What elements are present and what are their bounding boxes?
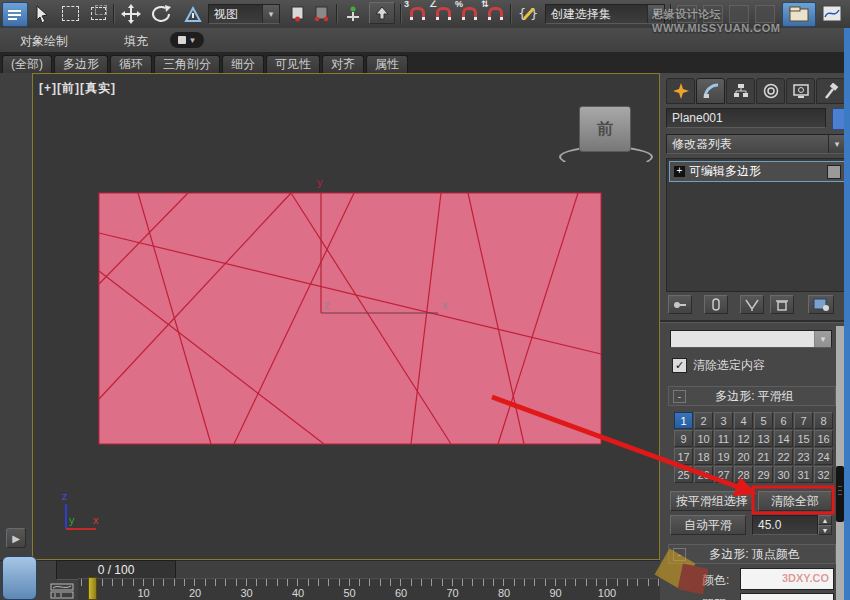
named-selection-set-dropdown[interactable]: 创建选择集 ▾ [545, 4, 665, 24]
current-frame-marker[interactable] [88, 577, 97, 600]
smoothing-group-7[interactable]: 7 [794, 412, 813, 429]
smoothing-group-2[interactable]: 2 [694, 412, 713, 429]
mirror-button[interactable] [676, 2, 698, 25]
select-and-scale-button[interactable] [180, 2, 206, 25]
front-viewport[interactable]: yzxzxy [+][前][真实] 前 [32, 73, 660, 560]
ribbon-tab-3[interactable]: 三角剖分 [154, 55, 220, 73]
collapse-icon[interactable]: - [673, 548, 686, 561]
percent-snap-toggle-button[interactable]: % [458, 2, 480, 25]
smoothing-group-29[interactable]: 29 [754, 466, 773, 483]
select-by-smooth-group-button[interactable]: 按平滑组选择 [670, 491, 754, 511]
smoothing-group-31[interactable]: 31 [794, 466, 813, 483]
panel-scrollbar-track[interactable] [836, 326, 844, 600]
smoothing-group-1[interactable]: 1 [674, 412, 693, 429]
vertex-color-swatch[interactable]: 3DXY.CO [740, 568, 834, 590]
smoothing-group-12[interactable]: 12 [734, 430, 753, 447]
modifier-list-dropdown[interactable]: 修改器列表 ▾ [666, 134, 846, 154]
modifier-stack-row[interactable]: + 可编辑多边形 [669, 161, 845, 182]
smoothing-group-25[interactable]: 25 [674, 466, 693, 483]
smoothing-group-16[interactable]: 16 [814, 430, 833, 447]
viewcube-front-face-label[interactable]: 前 [597, 119, 613, 140]
open-mini-curve-editor-button[interactable] [50, 583, 74, 599]
illumination-color-swatch[interactable] [740, 593, 834, 600]
edit-named-selection-sets-button[interactable]: { } [515, 2, 541, 25]
chevron-down-icon[interactable]: ▾ [647, 5, 664, 23]
rectangular-selection-region-button[interactable] [58, 2, 82, 25]
auto-smooth-threshold-field[interactable]: 45.0 [752, 515, 818, 535]
smoothing-group-26[interactable]: 26 [694, 466, 713, 483]
chevron-down-icon[interactable]: ▾ [262, 5, 279, 23]
tab-motion[interactable] [756, 78, 785, 104]
smoothing-group-9[interactable]: 9 [674, 430, 693, 447]
smoothing-group-19[interactable]: 19 [714, 448, 733, 465]
snap-toggle-3d-button[interactable]: 3 [406, 2, 428, 25]
ribbon-tab-0[interactable]: (全部) [2, 55, 52, 73]
use-selection-center-button[interactable] [310, 2, 332, 25]
object-name-field[interactable]: Plane001 [666, 108, 826, 128]
reference-coordinate-dropdown[interactable]: 视图 ▾ [208, 4, 280, 24]
scene-canvas[interactable]: yzxzxy [33, 74, 659, 559]
spinner-down-icon[interactable]: ▼ [818, 525, 832, 535]
tab-display[interactable] [786, 78, 815, 104]
smoothing-group-27[interactable]: 27 [714, 466, 733, 483]
ribbon-tab-4[interactable]: 细分 [222, 55, 264, 73]
spinner-snap-toggle-button[interactable]: ⇅ [484, 2, 506, 25]
smoothing-group-5[interactable]: 5 [754, 412, 773, 429]
tab-utilities[interactable] [816, 78, 845, 104]
threshold-spinner[interactable]: ▲ ▼ [818, 515, 832, 535]
pin-stack-button[interactable] [668, 295, 692, 314]
use-pivot-point-center-button[interactable] [286, 2, 308, 25]
ribbon-tab-5[interactable]: 可见性 [266, 55, 320, 73]
select-object-button[interactable] [30, 2, 54, 25]
time-slider[interactable]: 0 / 100 [56, 560, 176, 580]
clear-selection-checkbox[interactable]: ✓ [672, 358, 687, 373]
material-editor-button[interactable] [754, 2, 776, 25]
ribbon-tab-2[interactable]: 循环 [110, 55, 152, 73]
remove-modifier-button[interactable] [770, 295, 794, 314]
smoothing-group-10[interactable]: 10 [694, 430, 713, 447]
timeline-ruler[interactable]: 0102030405060708090100 [78, 578, 660, 600]
angle-snap-toggle-button[interactable]: ∠ [432, 2, 454, 25]
viewport-label[interactable]: [+][前][真实] [39, 80, 116, 97]
smoothing-group-17[interactable]: 17 [674, 448, 693, 465]
smoothing-group-18[interactable]: 18 [694, 448, 713, 465]
expand-panel-button[interactable]: ▶ [6, 528, 26, 548]
smoothing-group-6[interactable]: 6 [774, 412, 793, 429]
ribbon-tab-1[interactable]: 多边形 [54, 55, 108, 73]
select-and-manipulate-button[interactable] [341, 2, 365, 25]
smoothing-group-23[interactable]: 23 [794, 448, 813, 465]
ribbon-tab-6[interactable]: 对齐 [322, 55, 364, 73]
tab-create[interactable] [666, 78, 695, 104]
select-and-rotate-button[interactable] [148, 2, 176, 25]
smoothing-group-11[interactable]: 11 [714, 430, 733, 447]
spinner-up-icon[interactable]: ▲ [818, 515, 832, 525]
vertex-color-rollout-header[interactable]: - 多边形: 顶点颜色 [668, 544, 836, 564]
make-unique-button[interactable] [740, 295, 764, 314]
smoothing-group-32[interactable]: 32 [814, 466, 833, 483]
paint-fill-flyout-button[interactable]: ▼ [170, 32, 204, 48]
show-end-result-button[interactable] [704, 295, 728, 314]
smoothing-group-24[interactable]: 24 [814, 448, 833, 465]
chevron-down-icon[interactable]: ▾ [828, 135, 845, 153]
smoothing-group-20[interactable]: 20 [734, 448, 753, 465]
viewcube[interactable]: 前 [579, 106, 631, 152]
smoothing-group-21[interactable]: 21 [754, 448, 773, 465]
modifier-stack-item-label[interactable]: 可编辑多边形 [689, 163, 761, 180]
select-and-move-button[interactable] [118, 2, 144, 25]
window-crossing-button[interactable] [86, 2, 110, 25]
modifier-on-toggle[interactable] [827, 165, 841, 179]
clear-all-button[interactable]: 清除全部 [758, 491, 832, 511]
smoothing-group-13[interactable]: 13 [754, 430, 773, 447]
smoothing-group-8[interactable]: 8 [814, 412, 833, 429]
smoothing-group-3[interactable]: 3 [714, 412, 733, 429]
collapse-icon[interactable]: - [673, 390, 686, 403]
curve-editor-button[interactable] [818, 2, 846, 25]
ribbon-tab-7[interactable]: 属性 [366, 55, 408, 73]
graphite-ribbon-toggle-button[interactable] [782, 2, 816, 27]
smoothing-group-22[interactable]: 22 [774, 448, 793, 465]
keyboard-shortcut-override-button[interactable] [369, 2, 395, 24]
tab-hierarchy[interactable] [726, 78, 755, 104]
tab-modify[interactable] [696, 78, 725, 104]
modifier-stack[interactable]: + 可编辑多边形 [666, 158, 848, 292]
smoothing-group-4[interactable]: 4 [734, 412, 753, 429]
